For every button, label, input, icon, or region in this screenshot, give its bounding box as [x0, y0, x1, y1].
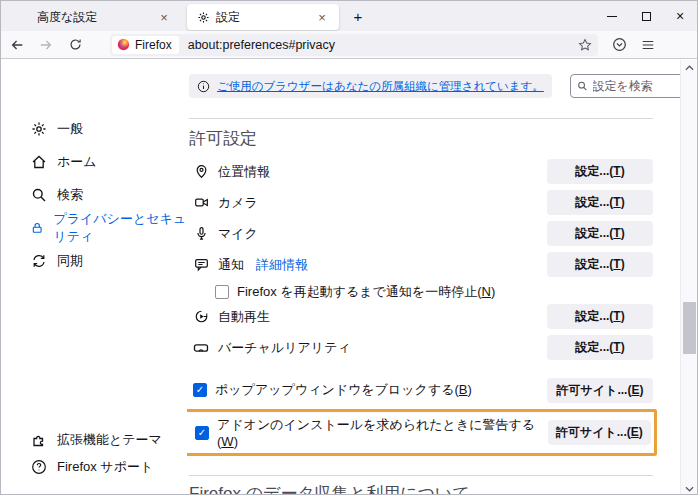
sidebar-item-home[interactable]: ホーム	[1, 145, 187, 178]
camera-icon	[193, 195, 209, 210]
pocket-icon	[612, 37, 627, 52]
window-controls: ×	[595, 1, 697, 31]
row-microphone: マイク 設定...(T)	[189, 221, 653, 246]
sidebar-item-sync[interactable]: 同期	[1, 244, 187, 277]
back-icon	[10, 38, 24, 52]
checkbox[interactable]: ✓	[195, 426, 209, 440]
permission-label: マイク	[218, 225, 258, 243]
back-button[interactable]	[4, 33, 30, 57]
checkbox[interactable]	[215, 285, 229, 299]
row-virtual-reality: バーチャルリアリティ 設定...(T)	[189, 335, 653, 360]
location-settings-button[interactable]: 設定...(T)	[547, 159, 653, 184]
settings-searchbox[interactable]	[570, 74, 682, 98]
autoplay-icon	[193, 309, 209, 324]
home-icon	[31, 154, 47, 170]
forward-button[interactable]	[33, 33, 59, 57]
sidebar-label: 同期	[57, 252, 83, 270]
puzzle-piece-icon	[31, 432, 47, 448]
location-pin-icon	[193, 164, 209, 179]
row-warn-addon-install-highlighted: ✓ アドオンのインストールを求められたときに警告する(W) 許可サイト...(E…	[187, 409, 657, 456]
row-notifications: 通知 詳細情報 設定...(T)	[189, 252, 653, 277]
sidebar-label: Firefox サポート	[57, 458, 153, 476]
sidebar-label: ホーム	[57, 153, 97, 171]
sidebar-label: プライバシーとセキュリティ	[53, 210, 187, 246]
checkbox-label: ポップアップウィンドウをブロックする(B)	[215, 381, 472, 399]
maximize-icon	[642, 12, 651, 21]
camera-settings-button[interactable]: 設定...(T)	[547, 190, 653, 215]
sidebar-footer: 拡張機能とテーマ Firefox サポート	[1, 426, 187, 480]
policy-infobar: ご使用のブラウザーはあなたの所属組織に管理されています。	[189, 74, 552, 98]
sidebar-item-support[interactable]: Firefox サポート	[1, 453, 187, 480]
permission-label: 通知	[218, 256, 244, 274]
url-text[interactable]: about:preferences#privacy	[188, 38, 578, 52]
reload-button[interactable]	[62, 33, 88, 57]
addon-exceptions-button[interactable]: 許可サイト...(E)	[548, 420, 651, 445]
section-divider	[189, 118, 653, 119]
autoplay-settings-button[interactable]: 設定...(T)	[547, 304, 653, 329]
notifications-settings-button[interactable]: 設定...(T)	[547, 252, 653, 277]
section-divider	[189, 475, 653, 476]
tab-advanced-settings[interactable]: 高度な設定 ×	[13, 4, 181, 30]
forward-icon	[39, 38, 53, 52]
tab-close-icon[interactable]: ×	[155, 10, 173, 25]
notification-bubble-icon	[193, 257, 209, 272]
info-icon	[197, 80, 210, 93]
permissions-panel: ご使用のブラウザーはあなたの所属組織に管理されています。 許可設定 位置情報	[187, 60, 682, 495]
pocket-button[interactable]	[612, 37, 627, 52]
tab-title: 設定	[210, 9, 313, 26]
url-bar[interactable]: Firefox about:preferences#privacy	[110, 34, 598, 56]
tab-close-icon[interactable]: ×	[313, 10, 331, 25]
microphone-icon	[193, 226, 209, 241]
sidebar-label: 拡張機能とテーマ	[57, 431, 162, 449]
close-button[interactable]: ×	[663, 1, 697, 31]
row-block-popups: ✓ ポップアップウィンドウをブロックする(B) 許可サイト...(E)	[189, 377, 653, 403]
minimize-icon	[607, 16, 617, 17]
sidebar-item-privacy[interactable]: プライバシーとセキュリティ	[1, 211, 187, 244]
reload-icon	[69, 38, 82, 51]
sidebar-item-extensions[interactable]: 拡張機能とテーマ	[1, 426, 187, 453]
sidebar-label: 一般	[57, 120, 83, 138]
tab-settings[interactable]: 設定 ×	[187, 4, 339, 30]
row-autoplay: 自動再生 設定...(T)	[189, 304, 653, 329]
vr-settings-button[interactable]: 設定...(T)	[547, 335, 653, 360]
minimize-button[interactable]	[595, 1, 629, 31]
permission-label: バーチャルリアリティ	[218, 339, 351, 357]
sidebar-item-general[interactable]: 一般	[1, 112, 187, 145]
search-input[interactable]	[593, 79, 682, 93]
bookmark-star-button[interactable]	[578, 38, 592, 52]
permission-label: 自動再生	[218, 308, 270, 326]
search-icon	[577, 80, 588, 92]
managed-by-org-link[interactable]: ご使用のブラウザーはあなたの所属組織に管理されています。	[217, 79, 544, 94]
gear-icon	[197, 11, 210, 24]
identity-label: Firefox	[135, 38, 172, 52]
notifications-learn-more-link[interactable]: 詳細情報	[256, 256, 308, 274]
search-icon	[31, 187, 47, 203]
row-location: 位置情報 設定...(T)	[189, 159, 653, 184]
scroll-down-arrow-icon[interactable]	[681, 481, 698, 495]
gear-icon	[31, 121, 47, 137]
scrollbar-thumb[interactable]	[683, 302, 696, 354]
navigation-toolbar: Firefox about:preferences#privacy	[1, 31, 697, 59]
hamburger-menu-icon	[641, 38, 655, 52]
checkbox-label: アドオンのインストールを求められたときに警告する(W)	[217, 416, 548, 449]
maximize-button[interactable]	[629, 1, 663, 31]
microphone-settings-button[interactable]: 設定...(T)	[547, 221, 653, 246]
scroll-up-arrow-icon[interactable]	[681, 60, 698, 75]
menu-button[interactable]	[641, 38, 655, 52]
row-camera: カメラ 設定...(T)	[189, 190, 653, 215]
star-icon	[578, 38, 592, 52]
close-icon: ×	[676, 9, 684, 23]
sidebar-item-search[interactable]: 検索	[1, 178, 187, 211]
sync-icon	[31, 253, 47, 269]
settings-page: 一般 ホーム 検索 プライバシーとセキュリティ 同期	[1, 60, 682, 495]
popup-exceptions-button[interactable]: 許可サイト...(E)	[547, 378, 653, 403]
checkbox[interactable]: ✓	[193, 383, 207, 397]
lock-icon	[31, 220, 43, 236]
vertical-scrollbar[interactable]	[680, 60, 697, 495]
next-section-title: Firefox のデータ収集と利用について	[189, 482, 653, 495]
sidebar-label: 検索	[57, 186, 83, 204]
tab-bar: 高度な設定 × 設定 × + ×	[1, 1, 697, 31]
checkbox-label: Firefox を再起動するまで通知を一時停止(N)	[237, 283, 495, 301]
identity-chip[interactable]: Firefox	[112, 36, 179, 54]
new-tab-button[interactable]: +	[345, 3, 371, 29]
